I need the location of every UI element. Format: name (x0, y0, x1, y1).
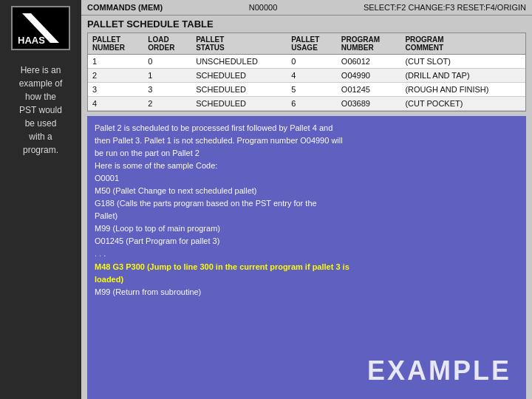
table-cell-4: O06012 (337, 55, 401, 69)
desc-line4: Here is some of the sample Code: (95, 160, 519, 172)
select-label: SELECT:F2 CHANGE:F3 RESET:F4/ORIGIN (364, 3, 526, 12)
sidebar: HAAS Here is an example of how the PST w… (0, 0, 81, 399)
table-cell-1: 1 (143, 69, 191, 83)
table-cell-5: (CUT POCKET) (400, 97, 525, 111)
desc-line14: M99 (Return from subroutine) (95, 286, 519, 299)
desc-line2: then Pallet 3. Pallet 1 is not scheduled… (95, 134, 519, 147)
table-header-row: PALLETNUMBER LOADORDER PALLETSTATUS PALL… (88, 33, 525, 55)
table-row: 10UNSCHEDULED0O06012(CUT SLOT) (88, 55, 525, 69)
desc-line9: M99 (Loop to top of main program) (95, 222, 519, 235)
table-cell-3: 4 (287, 69, 337, 83)
logo-box: HAAS (11, 6, 70, 50)
description-box: Pallet 2 is scheduled to be processed fi… (87, 116, 526, 399)
pst-table-area: PALLETNUMBER LOADORDER PALLETSTATUS PALL… (87, 33, 526, 112)
desc-line11: . . . (95, 248, 519, 260)
table-cell-0: 4 (88, 97, 143, 111)
desc-line8: Pallet) (95, 210, 519, 222)
haas-logo: HAAS (15, 10, 66, 47)
table-cell-2: SCHEDULED (191, 83, 287, 97)
table-cell-2: UNSCHEDULED (191, 55, 287, 69)
desc-line7: G188 (Calls the parts program based on t… (95, 197, 519, 210)
desc-line12: M48 G3 P300 (Jump to line 300 in the cur… (95, 261, 519, 273)
col-header-program-number: PROGRAMNUMBER (337, 33, 401, 55)
example-watermark: EXAMPLE (367, 350, 511, 392)
table-cell-2: SCHEDULED (191, 69, 287, 83)
table-cell-3: 0 (287, 55, 337, 69)
commands-label: COMMANDS (MEM) (87, 3, 163, 12)
table-cell-3: 5 (287, 83, 337, 97)
main-content: COMMANDS (MEM) N00000 SELECT:F2 CHANGE:F… (81, 0, 532, 399)
desc-line1: Pallet 2 is scheduled to be processed fi… (95, 122, 519, 134)
table-cell-0: 3 (88, 83, 143, 97)
table-cell-3: 6 (287, 97, 337, 111)
table-cell-1: 0 (143, 55, 191, 69)
table-row: 33SCHEDULED5O01245(ROUGH AND FINISH) (88, 83, 525, 97)
desc-line6: M50 (Pallet Change to next scheduled pal… (95, 185, 519, 197)
desc-line13: loaded) (95, 273, 519, 286)
desc-line3: be run on the part on Pallet 2 (95, 147, 519, 160)
table-cell-1: 2 (143, 97, 191, 111)
col-header-pallet-status: PALLETSTATUS (191, 33, 287, 55)
table-cell-0: 1 (88, 55, 143, 69)
desc-line5: O0001 (95, 172, 519, 185)
svg-text:HAAS: HAAS (18, 35, 45, 46)
header-bar: COMMANDS (MEM) N00000 SELECT:F2 CHANGE:F… (81, 0, 532, 16)
table-cell-0: 2 (88, 69, 143, 83)
table-cell-5: (DRILL AND TAP) (400, 69, 525, 83)
table-cell-2: SCHEDULED (191, 97, 287, 111)
pst-table: PALLETNUMBER LOADORDER PALLETSTATUS PALL… (88, 33, 525, 111)
desc-line10: O01245 (Part Program for pallet 3) (95, 235, 519, 248)
table-cell-4: O03689 (337, 97, 401, 111)
table-cell-5: (ROUGH AND FINISH) (400, 83, 525, 97)
table-row: 42SCHEDULED6O03689(CUT POCKET) (88, 97, 525, 111)
table-row: 21SCHEDULED4O04990(DRILL AND TAP) (88, 69, 525, 83)
table-cell-1: 3 (143, 83, 191, 97)
col-header-program-comment: PROGRAMCOMMENT (400, 33, 525, 55)
pst-title: PALLET SCHEDULE TABLE (81, 16, 532, 33)
program-number: N00000 (249, 3, 278, 12)
table-cell-4: O04990 (337, 69, 401, 83)
col-header-load-order: LOADORDER (143, 33, 191, 55)
table-cell-4: O01245 (337, 83, 401, 97)
sidebar-description: Here is an example of how the PST would … (19, 64, 63, 157)
col-header-pallet-number: PALLETNUMBER (88, 33, 143, 55)
col-header-pallet-usage: PALLETUSAGE (287, 33, 337, 55)
table-cell-5: (CUT SLOT) (400, 55, 525, 69)
